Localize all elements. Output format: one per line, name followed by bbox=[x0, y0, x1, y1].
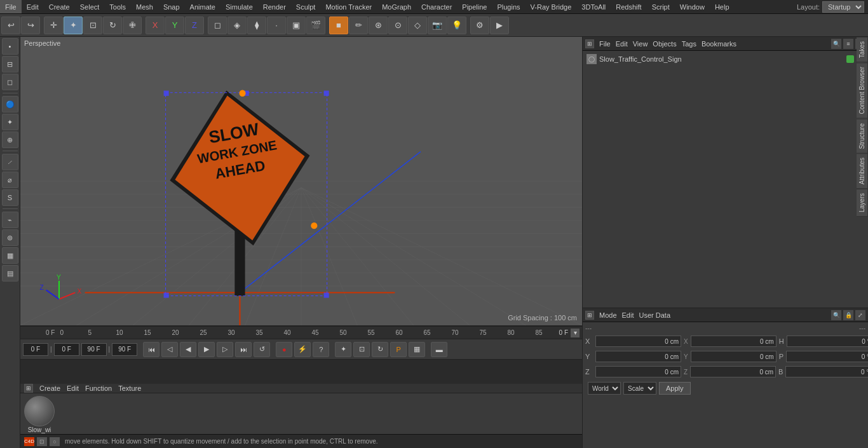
obj-menu-view[interactable]: View bbox=[633, 40, 648, 48]
texture-mode-button[interactable]: ▣ bbox=[287, 17, 306, 34]
menu-edit[interactable]: Edit bbox=[22, 0, 44, 13]
record-button[interactable]: ● bbox=[276, 342, 292, 357]
polygon-mode-button[interactable]: ◻ bbox=[2, 74, 18, 90]
edges-mode-button[interactable]: ⊟ bbox=[2, 56, 18, 72]
mat-menu-texture[interactable]: Texture bbox=[118, 384, 141, 392]
preview-mode-button[interactable]: ↻ bbox=[372, 342, 388, 357]
menu-mesh[interactable]: Mesh bbox=[131, 0, 158, 13]
play-back-button[interactable]: ◀ bbox=[180, 342, 196, 357]
key-mode-button[interactable]: ⊡ bbox=[353, 342, 370, 357]
go-to-start-button[interactable]: ⏮ bbox=[143, 342, 159, 357]
poly-mode-button[interactable]: ◈ bbox=[227, 17, 247, 34]
attr-y-pos-input[interactable] bbox=[595, 351, 681, 362]
auto-key-button[interactable]: ⚡ bbox=[294, 342, 311, 357]
deform-tool-button[interactable]: ⊙ bbox=[388, 17, 407, 34]
attr-b-rot-input[interactable] bbox=[785, 366, 868, 377]
mat-menu-create[interactable]: Create bbox=[39, 384, 60, 392]
menu-simulate[interactable]: Simulate bbox=[220, 0, 258, 13]
menu-mograph[interactable]: MoGraph bbox=[377, 0, 416, 13]
step-forward-button[interactable]: ▷ bbox=[217, 342, 233, 357]
attr-expand-icon[interactable]: ⤢ bbox=[855, 310, 865, 320]
paint-button[interactable]: S bbox=[2, 189, 18, 206]
scene-tool-button[interactable]: ◇ bbox=[408, 17, 427, 34]
attr-menu-userdata[interactable]: User Data bbox=[639, 311, 671, 319]
point-mode-button[interactable]: · bbox=[267, 17, 286, 34]
render-view-button[interactable]: 🎬 bbox=[306, 17, 325, 34]
render-settings-button[interactable]: ⚙ bbox=[470, 17, 489, 34]
points-mode-button[interactable]: • bbox=[2, 38, 18, 55]
tab-structure[interactable]: Structure bbox=[857, 119, 868, 154]
menu-snap[interactable]: Snap bbox=[158, 0, 185, 13]
attr-p-rot-input[interactable] bbox=[786, 351, 868, 362]
transform-tool-button[interactable]: ✙ bbox=[123, 17, 142, 34]
menu-script[interactable]: Script bbox=[647, 0, 675, 13]
object-row-traffic-sign[interactable]: ◯ Slow_Traffic_Control_Sign bbox=[584, 52, 867, 66]
menu-render[interactable]: Render bbox=[258, 0, 291, 13]
model-mode-button[interactable]: ◻ bbox=[208, 17, 227, 34]
light-tool-button[interactable]: 💡 bbox=[447, 17, 466, 34]
sculpt-button[interactable]: ✦ bbox=[2, 114, 18, 130]
menu-file[interactable]: File bbox=[0, 0, 22, 13]
spline-tool-button[interactable]: ✏ bbox=[349, 17, 368, 34]
menu-motion-tracker[interactable]: Motion Tracker bbox=[320, 0, 377, 13]
menu-character[interactable]: Character bbox=[416, 0, 457, 13]
axis-x-button[interactable]: X bbox=[146, 17, 165, 34]
attr-z-size-input[interactable] bbox=[690, 366, 776, 377]
attr-menu-edit[interactable]: Edit bbox=[622, 311, 634, 319]
undo-button[interactable]: ↩ bbox=[1, 17, 20, 34]
obj-search-icon[interactable]: 🔍 bbox=[831, 39, 841, 49]
loop-button[interactable]: ↺ bbox=[254, 342, 270, 357]
handle-button[interactable]: ⌀ bbox=[2, 172, 18, 188]
attr-x-pos-input[interactable] bbox=[595, 336, 681, 347]
redo-button[interactable]: ↪ bbox=[21, 17, 40, 34]
tab-attributes[interactable]: Attributes bbox=[857, 153, 868, 189]
timeline-view-button[interactable]: ▬ bbox=[431, 342, 447, 357]
motion-blur-button[interactable]: ▦ bbox=[409, 342, 425, 357]
attr-h-rot-input[interactable] bbox=[787, 336, 868, 347]
cube-tool-button[interactable]: ■ bbox=[329, 17, 348, 34]
scale-tool-button[interactable]: ⊡ bbox=[83, 17, 102, 34]
menu-help[interactable]: Help bbox=[710, 0, 735, 13]
mat-menu-edit[interactable]: Edit bbox=[67, 384, 79, 392]
preview-end-input[interactable] bbox=[81, 343, 107, 356]
status-icon-cinema4d[interactable]: C4D bbox=[24, 437, 34, 446]
obj-menu-bookmarks[interactable]: Bookmarks bbox=[702, 40, 736, 48]
viewport[interactable]: View Cameras Display Options Filter Pane… bbox=[20, 37, 582, 326]
menu-select[interactable]: Select bbox=[75, 0, 105, 13]
scale-dropdown[interactable]: Scale bbox=[623, 382, 656, 395]
menu-vray[interactable]: V-Ray Bridge bbox=[526, 0, 577, 13]
magnet-button[interactable]: 🔵 bbox=[2, 96, 18, 112]
attr-menu-mode[interactable]: Mode bbox=[599, 311, 617, 319]
preview-start-input[interactable] bbox=[54, 343, 79, 356]
menu-redshift[interactable]: Redshift bbox=[611, 0, 646, 13]
attr-z-pos-input[interactable] bbox=[595, 366, 681, 377]
menu-create[interactable]: Create bbox=[44, 0, 75, 13]
status-icon-circle[interactable]: ○ bbox=[50, 437, 60, 446]
menu-pipeline[interactable]: Pipeline bbox=[457, 0, 492, 13]
path-button[interactable]: ⟋ bbox=[2, 154, 18, 170]
grid-button[interactable]: ▦ bbox=[2, 247, 18, 264]
move-tool-button[interactable]: ✦ bbox=[64, 17, 83, 34]
obj-filter-icon[interactable]: ≡ bbox=[843, 39, 853, 49]
motion-button[interactable]: ✦ bbox=[335, 342, 351, 357]
tab-takes[interactable]: Takes bbox=[857, 37, 868, 62]
attr-lock-icon[interactable]: 🔒 bbox=[843, 310, 853, 320]
go-to-end-button[interactable]: ⏭ bbox=[235, 342, 252, 357]
menu-window[interactable]: Window bbox=[675, 0, 710, 13]
axis-y-button[interactable]: Y bbox=[165, 17, 184, 34]
layout-dropdown[interactable]: Startup bbox=[822, 1, 864, 13]
nurbs-tool-button[interactable]: ⊛ bbox=[369, 17, 388, 34]
frame-start-input[interactable] bbox=[23, 343, 48, 356]
menu-tools[interactable]: Tools bbox=[104, 0, 131, 13]
obj-menu-tags[interactable]: Tags bbox=[682, 40, 696, 48]
menu-plugins[interactable]: Plugins bbox=[492, 0, 525, 13]
frame-end-input[interactable] bbox=[112, 343, 137, 356]
status-icon-square[interactable]: ⊡ bbox=[37, 437, 47, 446]
attr-x-size-input[interactable] bbox=[691, 336, 776, 347]
play-forward-button[interactable]: ▶ bbox=[198, 342, 215, 357]
tab-content-browser[interactable]: Content Browser bbox=[857, 62, 868, 118]
rotate-tool-button[interactable]: ↻ bbox=[103, 17, 122, 34]
apply-button[interactable]: Apply bbox=[659, 382, 691, 395]
world-dropdown[interactable]: World bbox=[588, 382, 621, 395]
menu-3dtoall[interactable]: 3DToAll bbox=[576, 0, 611, 13]
